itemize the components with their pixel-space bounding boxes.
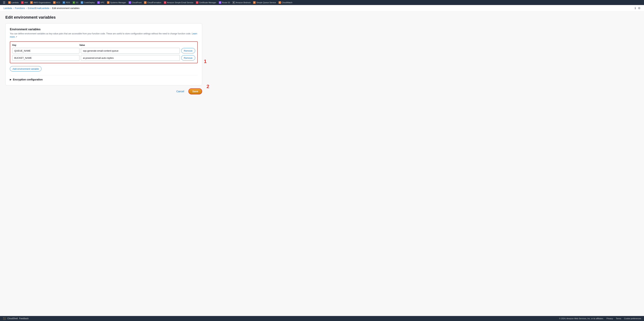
nav-label-ec2: EC2 xyxy=(56,2,60,4)
annotation-2: 2 xyxy=(206,84,209,89)
nav-item-cloudformation[interactable]: C CloudFormation xyxy=(143,1,162,4)
route53-nav-icon: R xyxy=(219,1,221,4)
nav-label-s3: S3 xyxy=(76,2,78,4)
main-content: Edit environment variables Environment v… xyxy=(0,12,644,316)
cloudfront-nav-icon: C xyxy=(128,1,131,4)
nav-item-cloudwatch[interactable]: C CloudWatch xyxy=(278,1,294,4)
nav-label-route53: Route 53 xyxy=(222,2,230,4)
nav-item-certmgr[interactable]: C Certificate Manager xyxy=(195,1,217,4)
env-value-input-2[interactable] xyxy=(81,55,180,61)
nav-label-cloudwatch: CloudWatch xyxy=(282,2,292,4)
env-vars-container: Key Value Remove Remove xyxy=(10,41,198,63)
nav-label-cloudfront: CloudFront xyxy=(132,2,142,4)
remove-button-1[interactable]: Remove xyxy=(181,48,195,53)
breadcrumb-current: Edit environment variables xyxy=(52,7,80,10)
lambda-nav-icon: λ xyxy=(8,1,11,4)
nav-label-ses: Amazon Simple Email Service xyxy=(167,2,194,4)
nav-label-iam: IAM xyxy=(24,2,28,4)
breadcrumb-function-name[interactable]: ExtractEmailLambda xyxy=(28,7,49,10)
nav-label-rds: RDS xyxy=(66,2,70,4)
iam-nav-icon: I xyxy=(21,1,24,4)
nav-item-sysmgr[interactable]: S Systems Manager xyxy=(106,1,127,4)
nav-item-ec2[interactable]: E EC2 xyxy=(52,1,61,4)
panel-section-title: Environment variables xyxy=(10,28,198,31)
nav-item-iam[interactable]: I IAM xyxy=(20,1,29,4)
breadcrumb-bar: Lambda › Functions › ExtractEmailLambda … xyxy=(0,5,644,12)
nav-item-orgs[interactable]: A AWS Organizations xyxy=(29,1,52,4)
rds-nav-icon: R xyxy=(62,1,65,4)
env-vars-header: Key Value xyxy=(12,44,195,46)
remove-button-2[interactable]: Remove xyxy=(181,55,195,61)
sqs-nav-icon: S xyxy=(253,1,256,4)
nav-item-route53[interactable]: R Route 53 xyxy=(218,1,231,4)
breadcrumb-sep-3: › xyxy=(50,7,51,10)
nav-item-vpc[interactable]: V VPC xyxy=(96,1,106,4)
nav-label-codedeploy: CodeDeploy xyxy=(84,2,95,4)
cloudwatch-nav-icon: C xyxy=(278,1,281,4)
chevron-right-icon: ▶ xyxy=(10,78,12,81)
codedeploy-nav-icon: C xyxy=(81,1,83,4)
page-title: Edit environment variables xyxy=(5,15,639,20)
nav-item-s3[interactable]: S S3 xyxy=(72,1,79,4)
ses-nav-icon: S xyxy=(164,1,166,4)
orgs-nav-icon: A xyxy=(30,1,33,4)
nav-label-certmgr: Certificate Manager xyxy=(199,2,216,4)
env-key-input-1[interactable] xyxy=(12,48,80,54)
env-var-row-1: Remove xyxy=(12,48,195,54)
nav-label-vpc: VPC xyxy=(100,2,105,4)
nav-label-orgs: AWS Organizations xyxy=(34,2,51,4)
nav-item-bedrock[interactable]: B Amazon Bedrock xyxy=(232,1,252,4)
breadcrumb-functions[interactable]: Functions xyxy=(15,7,25,10)
nav-label-sysmgr: Systems Manager xyxy=(110,2,126,4)
encryption-title: Encryption configuration xyxy=(13,78,42,81)
nav-item-sqs[interactable]: S Simple Queue Service xyxy=(252,1,277,4)
action-column-header xyxy=(179,44,195,46)
top-navigation: ☰ λ Lambda I IAM A AWS Organizations E E… xyxy=(0,0,644,5)
add-env-var-button[interactable]: Add environment variable xyxy=(10,66,42,71)
env-key-input-2[interactable] xyxy=(12,55,80,61)
s3-nav-icon: S xyxy=(73,1,75,4)
breadcrumb-sep-2: › xyxy=(26,7,27,10)
nav-item-cloudfront[interactable]: C CloudFront xyxy=(128,1,142,4)
sysmgr-nav-icon: S xyxy=(107,1,110,4)
value-column-header: Value xyxy=(79,44,178,46)
env-value-input-1[interactable] xyxy=(81,48,180,54)
nav-item-lambda[interactable]: λ Lambda xyxy=(7,1,20,4)
nav-label-bedrock: Amazon Bedrock xyxy=(236,2,251,4)
breadcrumb-actions: ℹ ⚙ xyxy=(635,7,640,10)
certmgr-nav-icon: C xyxy=(196,1,198,4)
breadcrumb-lambda[interactable]: Lambda xyxy=(4,7,12,10)
annotation-1: 1 xyxy=(204,59,206,64)
encryption-section[interactable]: ▶ Encryption configuration xyxy=(10,75,198,81)
cancel-button[interactable]: Cancel xyxy=(175,89,186,94)
save-button[interactable]: Save xyxy=(188,88,202,94)
nav-label-sqs: Simple Queue Service xyxy=(256,2,276,4)
bedrock-nav-icon: B xyxy=(232,1,235,4)
nav-item-ses[interactable]: S Amazon Simple Email Service xyxy=(163,1,194,4)
settings-icon[interactable]: ⚙ xyxy=(638,7,640,10)
env-var-row-2: Remove xyxy=(12,55,195,61)
nav-item-rds[interactable]: R RDS xyxy=(62,1,71,4)
cloudformation-nav-icon: C xyxy=(144,1,146,4)
env-vars-panel: Environment variables You can define env… xyxy=(5,23,202,85)
external-link-icon: ↗ xyxy=(16,36,17,38)
nav-label-cloudformation: CloudFormation xyxy=(147,2,161,4)
nav-item-codedeploy[interactable]: C CodeDeploy xyxy=(80,1,96,4)
breadcrumb-sep-1: › xyxy=(13,7,14,10)
nav-label-lambda: Lambda xyxy=(12,2,18,4)
panel-description-text: You can define environment variables as … xyxy=(10,32,191,35)
info-icon[interactable]: ℹ xyxy=(635,7,636,10)
vpc-nav-icon: V xyxy=(97,1,100,4)
key-column-header: Key xyxy=(12,44,78,46)
hamburger-menu[interactable]: ☰ xyxy=(2,1,7,4)
ec2-nav-icon: E xyxy=(53,1,56,4)
panel-description: You can define environment variables as … xyxy=(10,32,198,39)
